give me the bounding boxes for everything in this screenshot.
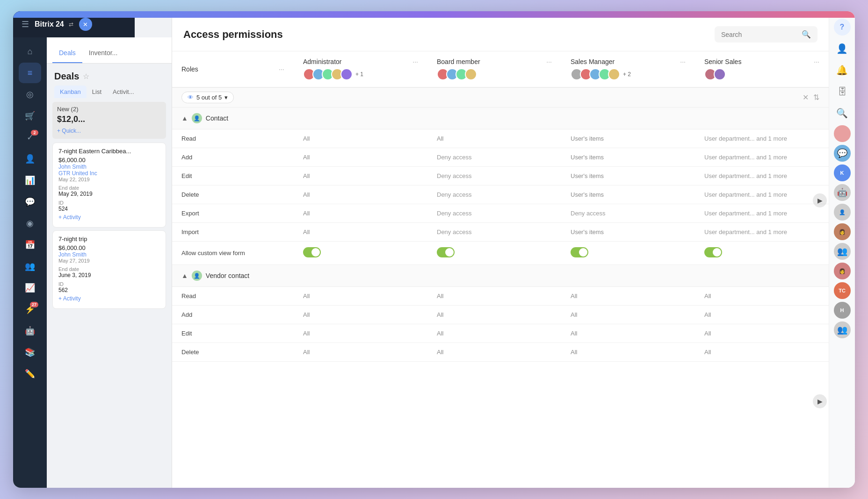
avatar-person1[interactable]: 👤 — [834, 204, 851, 221]
card2-person[interactable]: John Smith — [58, 251, 160, 258]
sidebar-item-list[interactable]: ≡ — [19, 63, 41, 83]
crm-view-activity[interactable]: Activit... — [107, 86, 140, 98]
contact-add-board[interactable]: Deny access — [427, 148, 561, 167]
contact-read-sales[interactable]: User's items — [561, 129, 695, 148]
bell-btn[interactable]: 🔔 — [833, 61, 852, 79]
avatar-person2[interactable]: 👩 — [834, 223, 851, 240]
nav-prev-btn[interactable]: ▶ — [813, 193, 827, 207]
sidebar-item-book[interactable]: 📚 — [19, 342, 41, 363]
vendor-edit-admin[interactable]: All — [294, 324, 427, 343]
avatar-h[interactable]: H — [834, 302, 851, 319]
help-icon-btn[interactable]: ? — [833, 18, 852, 36]
admin-more-icon[interactable]: ··· — [412, 58, 418, 65]
vendor-add-board[interactable]: All — [427, 306, 561, 324]
close-overlay-btn[interactable]: ✕ — [79, 18, 92, 31]
crm-tab-deals[interactable]: Deals — [52, 43, 82, 63]
contact-delete-sales[interactable]: User's items — [561, 185, 695, 204]
contact-edit-senior[interactable]: User department... and 1 more — [695, 167, 829, 185]
vendor-read-senior[interactable]: All — [695, 287, 829, 306]
vendor-edit-senior[interactable]: All — [695, 324, 829, 343]
contact-export-board[interactable]: Deny access — [427, 204, 561, 223]
avatar-group2[interactable]: 👥 — [834, 321, 851, 338]
nav-next-btn[interactable]: ▶ — [813, 394, 827, 408]
card2-add-activity[interactable]: + Activity — [58, 293, 160, 304]
contact-import-board[interactable]: Deny access — [427, 223, 561, 242]
vendor-delete-senior[interactable]: All — [695, 343, 829, 362]
sidebar-item-tasks[interactable]: ✓ 2 — [19, 127, 41, 148]
vendor-add-sales[interactable]: All — [561, 306, 695, 324]
crm-tab-inventory[interactable]: Inventor... — [82, 43, 124, 63]
contact-customview-admin-toggle[interactable] — [294, 242, 427, 265]
sidebar-item-crm2[interactable]: ⚡ 27 — [19, 299, 41, 320]
board-more-icon[interactable]: ··· — [546, 58, 552, 65]
contact-add-senior[interactable]: User department... and 1 more — [695, 148, 829, 167]
contact-collapse-icon[interactable]: ▲ — [181, 114, 188, 122]
contact-edit-sales[interactable]: User's items — [561, 167, 695, 185]
vendor-add-admin[interactable]: All — [294, 306, 427, 324]
avatar-robot[interactable]: 🤖 — [834, 184, 851, 201]
toggle-admin-customview[interactable] — [303, 247, 321, 257]
vendor-add-senior[interactable]: All — [695, 306, 829, 324]
contact-delete-board[interactable]: Deny access — [427, 185, 561, 204]
contact-read-admin[interactable]: All — [294, 129, 427, 148]
contact-import-senior[interactable]: User department... and 1 more — [695, 223, 829, 242]
vendor-edit-board[interactable]: All — [427, 324, 561, 343]
avatar-group1[interactable]: 👥 — [834, 243, 851, 260]
vendor-read-admin[interactable]: All — [294, 287, 427, 306]
user-settings-btn[interactable]: 👤 — [833, 39, 852, 58]
database-btn[interactable]: 🗄 — [833, 82, 852, 101]
hamburger-icon[interactable]: ☰ — [19, 16, 32, 32]
sidebar-item-reports[interactable]: 📊 — [19, 170, 41, 191]
quick-add-btn[interactable]: + Quick... — [57, 127, 81, 135]
search-box[interactable]: 🔍 — [715, 26, 817, 43]
contact-export-sales[interactable]: Deny access — [561, 204, 695, 223]
vendor-delete-admin[interactable]: All — [294, 343, 427, 362]
sidebar-item-cart[interactable]: 🛒 — [19, 106, 41, 126]
card1-add-activity[interactable]: + Activity — [58, 212, 160, 222]
contact-read-senior[interactable]: User department... and 1 more — [695, 129, 829, 148]
sidebar-item-pencil[interactable]: ✏️ — [19, 364, 41, 384]
contact-customview-sales-toggle[interactable] — [561, 242, 695, 265]
sidebar-item-calendar[interactable]: 📅 — [19, 235, 41, 255]
sidebar-item-target[interactable]: ◎ — [19, 84, 41, 105]
toggle-board-customview[interactable] — [437, 247, 455, 257]
contact-delete-senior[interactable]: User department... and 1 more — [695, 185, 829, 204]
sidebar-item-team[interactable]: 👥 — [19, 256, 41, 277]
avatar-person3[interactable]: 👩 — [834, 263, 851, 279]
contact-customview-senior-toggle[interactable] — [695, 242, 829, 265]
senior-more-icon[interactable]: ··· — [814, 58, 819, 65]
logo-dropdown-icon[interactable]: ⇄ — [69, 21, 73, 28]
contact-export-senior[interactable]: User department... and 1 more — [695, 204, 829, 223]
filter-pill[interactable]: 👁 5 out of 5 ▾ — [181, 92, 234, 103]
toggle-sales-customview[interactable] — [571, 247, 588, 257]
vendor-read-board[interactable]: All — [427, 287, 561, 306]
avatar-chat[interactable]: 💬 — [834, 145, 851, 162]
contact-read-board[interactable]: All — [427, 129, 561, 148]
favorite-icon[interactable]: ☆ — [83, 72, 89, 81]
vendor-delete-sales[interactable]: All — [561, 343, 695, 362]
contact-delete-admin[interactable]: All — [294, 185, 427, 204]
avatar-k[interactable]: K — [834, 164, 851, 181]
filter-sort-btn[interactable]: ⇅ — [813, 93, 819, 102]
sidebar-item-analytics[interactable]: 📈 — [19, 278, 41, 298]
search-right-btn[interactable]: 🔍 — [833, 104, 852, 122]
vendor-read-sales[interactable]: All — [561, 287, 695, 306]
contact-edit-board[interactable]: Deny access — [427, 167, 561, 185]
card1-person[interactable]: John Smith — [58, 164, 160, 170]
filter-clear-btn[interactable]: ✕ — [803, 93, 809, 102]
sidebar-item-contacts[interactable]: 👤 — [19, 149, 41, 169]
contact-customview-board-toggle[interactable] — [427, 242, 561, 265]
search-input[interactable] — [721, 31, 798, 38]
roles-more-icon[interactable]: ··· — [279, 65, 284, 73]
avatar-tc[interactable]: TC — [834, 282, 851, 299]
sidebar-item-home[interactable]: ⌂ — [19, 41, 41, 62]
toggle-senior-customview[interactable] — [704, 247, 722, 257]
sidebar-item-settings[interactable]: ◉ — [19, 213, 41, 234]
sidebar-item-chat[interactable]: 💬 — [19, 192, 41, 212]
contact-add-sales[interactable]: User's items — [561, 148, 695, 167]
contact-import-sales[interactable]: User's items — [561, 223, 695, 242]
card1-company[interactable]: GTR United Inc — [58, 170, 160, 177]
vendor-edit-sales[interactable]: All — [561, 324, 695, 343]
contact-edit-admin[interactable]: All — [294, 167, 427, 185]
vendor-delete-board[interactable]: All — [427, 343, 561, 362]
